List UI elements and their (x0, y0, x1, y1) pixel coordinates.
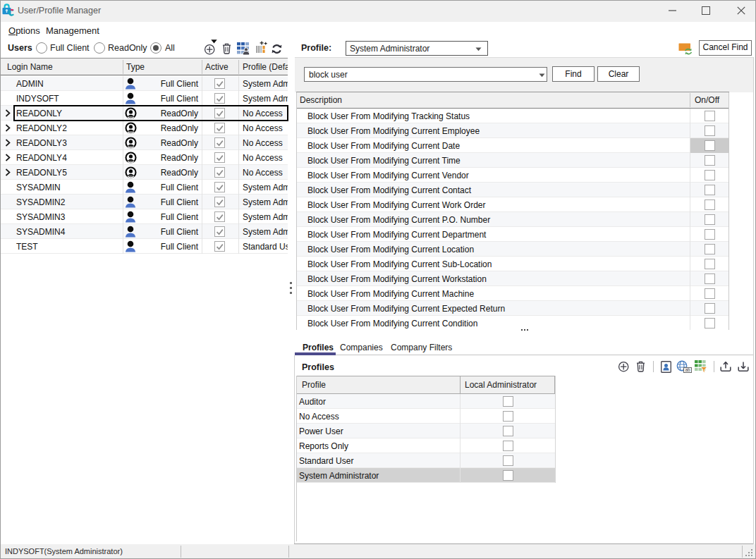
svg-text:ab: ab (685, 367, 690, 372)
